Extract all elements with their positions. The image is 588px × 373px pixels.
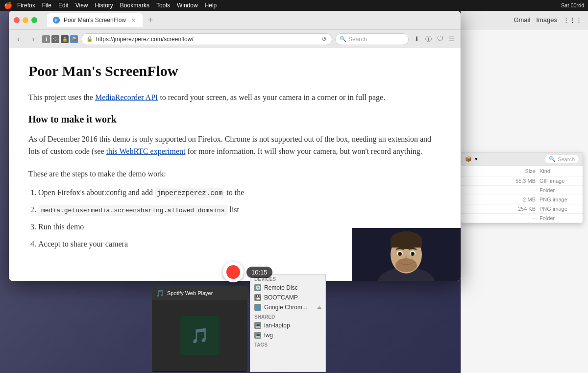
file-item-2[interactable]: -- Folder bbox=[461, 186, 583, 195]
finder-item-remote-label: Remote Disc bbox=[264, 284, 298, 291]
chrome-icon: 🌐 bbox=[254, 304, 261, 311]
remote-disc-icon: 💿 bbox=[254, 284, 261, 291]
menu-file[interactable]: File bbox=[42, 2, 51, 9]
shield-toolbar-icon[interactable]: 🛡 bbox=[435, 34, 445, 44]
recording-indicator: 10:15 bbox=[223, 262, 272, 282]
menu-view[interactable]: View bbox=[75, 2, 88, 9]
lock-icon[interactable]: 🔒 bbox=[61, 35, 69, 43]
url-lock-icon: 🔒 bbox=[86, 36, 93, 42]
caret-icon[interactable]: ▾ bbox=[475, 156, 478, 162]
steps-intro: These are the steps to make the demo wor… bbox=[28, 168, 441, 180]
finder-section-shared: Shared bbox=[250, 312, 325, 321]
menu-window[interactable]: Window bbox=[177, 2, 198, 9]
browser-window: F Poor Man's ScreenFlow ✕ + ‹ › ℹ 🛡 🔒 📦 … bbox=[9, 11, 461, 281]
page-title: Poor Man's ScreenFlow bbox=[28, 63, 441, 79]
download-icon[interactable]: ⬇ bbox=[412, 34, 421, 44]
file-size-2: -- bbox=[506, 187, 536, 193]
dropbox-icon[interactable]: 📦 bbox=[465, 156, 472, 162]
tab-close-button[interactable]: ✕ bbox=[130, 17, 137, 24]
info-icon[interactable]: ℹ bbox=[42, 35, 50, 43]
camera-overlay bbox=[352, 228, 461, 281]
webrtc-link[interactable]: this WebRTC experiment bbox=[106, 147, 186, 155]
forward-button[interactable]: › bbox=[27, 33, 39, 45]
new-tab-button[interactable]: + bbox=[145, 14, 156, 26]
url-bar[interactable]: 🔒 https://jmperezperez.com/screenflow/ ↺ bbox=[81, 33, 332, 45]
browser-toolbar: ‹ › ℹ 🛡 🔒 📦 🔒 https://jmperezperez.com/s… bbox=[9, 29, 461, 48]
finder-sidebar: Devices 💿 Remote Disc 💾 BOOTCAMP 🌐 Googl… bbox=[250, 274, 326, 372]
menu-edit[interactable]: Edit bbox=[58, 2, 69, 9]
file-size-1: 55,3 MB bbox=[506, 178, 536, 184]
finder-item-ian[interactable]: 💻 ian-laptop bbox=[250, 321, 325, 330]
menu-icon[interactable]: ☰ bbox=[447, 34, 457, 44]
col-kind-header: Kind bbox=[539, 168, 579, 174]
browser-tab[interactable]: F Poor Man's ScreenFlow ✕ bbox=[47, 13, 143, 27]
menu-bookmarks[interactable]: Bookmarks bbox=[120, 2, 149, 9]
menu-tools[interactable]: Tools bbox=[156, 2, 170, 9]
menu-bar-items: Firefox File Edit View History Bookmarks… bbox=[17, 2, 217, 9]
gmail-link[interactable]: Gmail bbox=[514, 16, 530, 24]
menu-bar: 🍎 Firefox File Edit View History Bookmar… bbox=[0, 0, 588, 11]
back-button[interactable]: ‹ bbox=[13, 33, 24, 45]
file-item-4[interactable]: 254 KB PNG image bbox=[461, 204, 583, 214]
tab-favicon: F bbox=[53, 17, 60, 24]
step-2: media.getusermedia.screensharing.allowed… bbox=[38, 203, 441, 217]
toolbar-right: ⬇ ⓘ 🛡 ☰ bbox=[412, 34, 457, 44]
mediarecorder-link[interactable]: MediaRecorder API bbox=[95, 93, 158, 101]
menu-history[interactable]: History bbox=[95, 2, 113, 9]
section-heading: How to make it work bbox=[28, 114, 441, 125]
spotify-header: 🎵 Spotify Web Player bbox=[152, 286, 247, 300]
apple-menu[interactable]: 🍎 bbox=[4, 1, 12, 9]
svg-text:F: F bbox=[55, 18, 58, 23]
step1-code: jmperezperez.com bbox=[155, 188, 224, 198]
file-kind-1: GIF image bbox=[539, 178, 579, 184]
menu-time: Sat 00:44 bbox=[561, 2, 584, 8]
finder-item-bootcamp[interactable]: 💾 BOOTCAMP bbox=[250, 293, 325, 302]
lwg-icon: 💻 bbox=[254, 332, 261, 339]
finder-item-bootcamp-label: BOOTCAMP bbox=[264, 294, 298, 301]
finder-item-lwg[interactable]: 💻 lwg bbox=[250, 330, 325, 340]
finder-item-remote[interactable]: 💿 Remote Disc bbox=[250, 283, 325, 293]
apps-icon[interactable]: ⋮⋮⋮ bbox=[563, 16, 582, 24]
file-size-5: -- bbox=[506, 215, 536, 221]
bootcamp-icon: 💾 bbox=[254, 294, 261, 301]
record-time: 10:15 bbox=[246, 267, 272, 278]
spotify-content: 🎵 bbox=[152, 300, 247, 371]
camera-svg bbox=[352, 228, 461, 281]
record-button[interactable] bbox=[223, 262, 244, 282]
menu-help[interactable]: Help bbox=[205, 2, 217, 9]
file-item-3[interactable]: 2 MB PNG image bbox=[461, 195, 583, 204]
file-kind-4: PNG image bbox=[539, 206, 579, 212]
camera-feed bbox=[352, 228, 461, 281]
record-circle bbox=[226, 265, 240, 279]
ian-laptop-icon: 💻 bbox=[254, 322, 261, 329]
reload-button[interactable]: ↺ bbox=[321, 35, 327, 43]
step-1: Open Firefox's about:config and add jmpe… bbox=[38, 186, 441, 200]
file-list-header: Size Kind bbox=[461, 166, 583, 176]
search-bar[interactable]: 🔍 Search bbox=[335, 33, 409, 45]
file-size-3: 2 MB bbox=[506, 197, 536, 202]
file-item-1[interactable]: 55,3 MB GIF image bbox=[461, 176, 583, 186]
browser-titlebar: F Poor Man's ScreenFlow ✕ + bbox=[9, 11, 461, 29]
finder-item-chrome[interactable]: 🌐 Google Chrom... ⏏ bbox=[250, 302, 325, 312]
close-button[interactable] bbox=[14, 17, 20, 23]
dropbox-toolbar-icon[interactable]: 📦 bbox=[70, 35, 78, 43]
traffic-lights bbox=[14, 17, 37, 23]
minimize-button[interactable] bbox=[23, 17, 28, 23]
maximize-button[interactable] bbox=[31, 17, 37, 23]
spotify-album-art: 🎵 bbox=[180, 316, 220, 355]
search-icon: 🔍 bbox=[340, 36, 346, 42]
finder-section-tags: Tags bbox=[250, 340, 325, 348]
step2-code: media.getusermedia.screensharing.allowed… bbox=[38, 205, 227, 216]
shield-icon[interactable]: 🛡 bbox=[51, 35, 59, 43]
menu-firefox[interactable]: Firefox bbox=[17, 2, 35, 9]
file-manager-search[interactable]: 🔍 Search bbox=[545, 155, 579, 163]
file-kind-3: PNG image bbox=[539, 197, 579, 202]
spotify-label: Spotify Web Player bbox=[167, 290, 213, 296]
file-item-5[interactable]: -- Folder bbox=[461, 214, 583, 223]
info-toolbar-icon[interactable]: ⓘ bbox=[423, 34, 433, 44]
images-link[interactable]: Images bbox=[536, 16, 557, 24]
eject-icon[interactable]: ⏏ bbox=[317, 305, 321, 310]
finder-item-chrome-label: Google Chrom... bbox=[264, 304, 307, 311]
right-panel-header: Gmail Images ⋮⋮⋮ bbox=[461, 11, 588, 29]
file-manager: 📦 ▾ 🔍 Search Size Kind 55,3 MB GIF image… bbox=[461, 152, 583, 223]
